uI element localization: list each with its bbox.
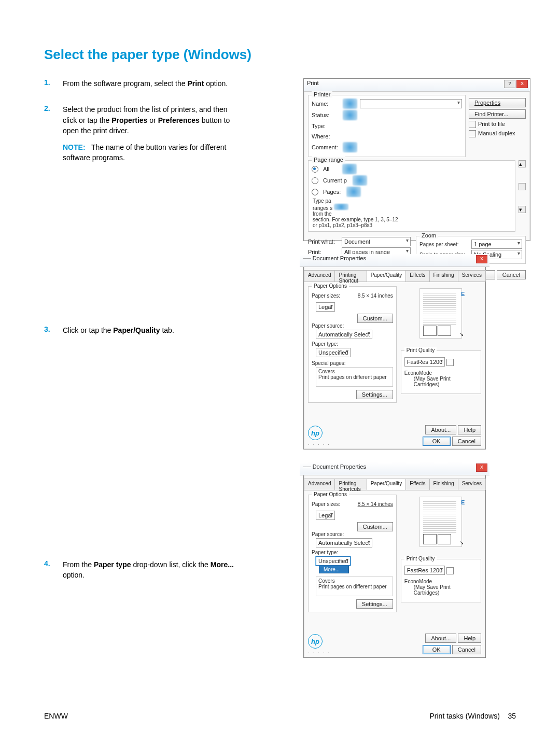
print-to-file-checkbox[interactable]: Print to file — [469, 121, 526, 128]
page-number: 35 — [508, 712, 516, 720]
print-quality-combo[interactable]: FastRes 1200 — [404, 357, 445, 367]
properties-button[interactable]: Properties — [469, 98, 526, 107]
cancel-button[interactable]: Cancel — [497, 270, 526, 279]
economode-hint: (May Save Print Cartridges) — [414, 584, 478, 596]
hp-logo-icon: hp — [308, 634, 323, 649]
tab-advanced[interactable]: Advanced — [304, 270, 335, 282]
step-bold: Preferences — [158, 116, 200, 124]
step-number: 1. — [44, 78, 63, 95]
find-printer-button[interactable]: Find Printer... — [469, 109, 526, 119]
tab-finishing[interactable]: Finishing — [429, 270, 458, 282]
zoom-section: Zoom — [419, 232, 438, 238]
pps-combo[interactable]: 1 page — [471, 240, 522, 249]
help-button[interactable]: Help — [458, 634, 481, 643]
tab-finishing[interactable]: Finishing — [429, 479, 458, 490]
step-1: 1. From the software program, select the… — [44, 78, 241, 95]
step-3: 3. Click or tap the Paper/Quality tab. — [44, 325, 241, 342]
hint-text: or p1s1, p1s2, p1s3–p8s3 — [313, 222, 372, 228]
blur-icon — [342, 164, 357, 174]
print-quality-combo[interactable]: FastRes 1200 — [404, 566, 445, 575]
tab-printing-shortcuts[interactable]: Printing Shortcuts — [334, 479, 367, 490]
close-icon[interactable]: X — [516, 80, 528, 88]
footer-section: Print tasks (Windows) — [430, 712, 500, 720]
step-4: 4. From the Paper type drop-down list, c… — [44, 559, 241, 587]
paper-source-label: Paper source: — [312, 531, 393, 537]
printer-icon — [343, 99, 357, 109]
tab-printing-shortcut[interactable]: Printing Shortcut — [334, 270, 367, 282]
paper-type-combo[interactable]: Unspecified — [316, 556, 351, 566]
custom-button[interactable]: Custom... — [357, 522, 393, 531]
blur-icon — [346, 187, 361, 197]
note-label: NOTE: — [63, 143, 86, 151]
printer-name-combo[interactable] — [360, 99, 462, 108]
custom-button[interactable]: Custom... — [357, 314, 393, 323]
footer-left: ENWW — [44, 712, 68, 720]
list-item[interactable]: Print pages on different paper — [318, 374, 390, 380]
step-number: 4. — [44, 559, 63, 587]
cancel-button[interactable]: Cancel — [452, 437, 481, 446]
list-item[interactable]: Print pages on different paper — [318, 584, 390, 589]
figure-print-dialog: Print ? X Printer Name: Status: T — [303, 78, 516, 241]
paper-type-label: Paper type: — [312, 341, 393, 347]
economode-hint: (May Save Print Cartridges) — [414, 376, 478, 387]
scroll-indicators: ▴▾ — [519, 160, 526, 235]
tab-effects[interactable]: Effects — [405, 479, 429, 490]
figure-doc-props-2: ── Document Properties X Advanced Printi… — [303, 465, 516, 658]
paper-source-label: Paper source: — [312, 323, 393, 329]
paper-type-combo[interactable]: Unspecified — [316, 348, 351, 357]
tab-paper-quality[interactable]: Paper/Quality — [367, 479, 407, 490]
settings-button[interactable]: Settings... — [356, 599, 393, 609]
cancel-button[interactable]: Cancel — [452, 645, 481, 654]
step-bold: Paper type — [94, 560, 131, 569]
tab-advanced[interactable]: Advanced — [304, 479, 335, 490]
paper-size-combo[interactable]: Legal — [316, 511, 335, 520]
step-text: tab. — [160, 326, 174, 334]
all-radio[interactable] — [312, 166, 318, 173]
help-button[interactable]: Help — [458, 425, 481, 434]
ok-button[interactable]: OK — [423, 645, 451, 654]
dropdown-item-more[interactable]: More... — [319, 566, 349, 573]
step-text: or — [147, 116, 158, 124]
close-icon[interactable]: X — [476, 463, 487, 472]
blur-icon — [343, 142, 357, 152]
current-label: Current p — [323, 177, 347, 184]
steps-column: 1. From the software program, select the… — [44, 78, 241, 596]
settings-button[interactable]: Settings... — [356, 390, 393, 399]
type-label: Type: — [312, 123, 340, 129]
help-icon[interactable]: ? — [504, 80, 515, 88]
preview-icon: E ↘ — [419, 288, 462, 339]
hint-text: Type pa — [313, 198, 331, 204]
list-item[interactable]: Covers — [318, 578, 390, 584]
pages-radio[interactable] — [312, 189, 318, 195]
tab-services[interactable]: Services — [458, 479, 486, 490]
page-footer: ENWW Print tasks (Windows) 35 — [44, 712, 516, 720]
ok-button[interactable]: OK — [423, 437, 451, 446]
step-bold: Paper/Quality — [113, 326, 160, 334]
about-button[interactable]: About... — [425, 634, 456, 643]
list-item[interactable]: Covers — [318, 369, 390, 374]
tab-effects[interactable]: Effects — [405, 270, 429, 282]
manual-duplex-checkbox[interactable]: Manual duplex — [469, 130, 526, 137]
hint-text: from the — [313, 211, 332, 217]
document-properties-dialog: ── Document Properties X Advanced Printi… — [303, 465, 486, 658]
close-icon[interactable]: X — [476, 255, 487, 263]
tab-paper-quality[interactable]: Paper/Quality — [367, 270, 407, 282]
dialog-title: Print — [307, 80, 319, 86]
print-what-combo[interactable]: Document — [342, 237, 411, 246]
special-pages-label: Special pages: — [312, 360, 393, 366]
dialog-title: Document Properties — [313, 255, 366, 261]
paper-source-combo[interactable]: Automatically Select — [316, 330, 372, 339]
paper-size-combo[interactable]: Legal — [316, 302, 335, 312]
comment-label: Comment: — [312, 144, 340, 150]
step-text: Click or tap the — [63, 326, 113, 334]
about-button[interactable]: About... — [425, 425, 456, 434]
paper-source-combo[interactable]: Automatically Select — [316, 538, 372, 547]
pps-label: Pages per sheet: — [419, 242, 469, 247]
figure-doc-props-1: ── Document Properties X Advanced Printi… — [303, 257, 516, 449]
step-bold: More... — [211, 560, 234, 569]
print-quality-label: Print Quality — [404, 347, 437, 353]
current-radio[interactable] — [312, 177, 318, 184]
tab-services[interactable]: Services — [458, 270, 486, 282]
step-number: 3. — [44, 325, 63, 342]
paper-sizes-label: Paper sizes: — [312, 501, 355, 507]
